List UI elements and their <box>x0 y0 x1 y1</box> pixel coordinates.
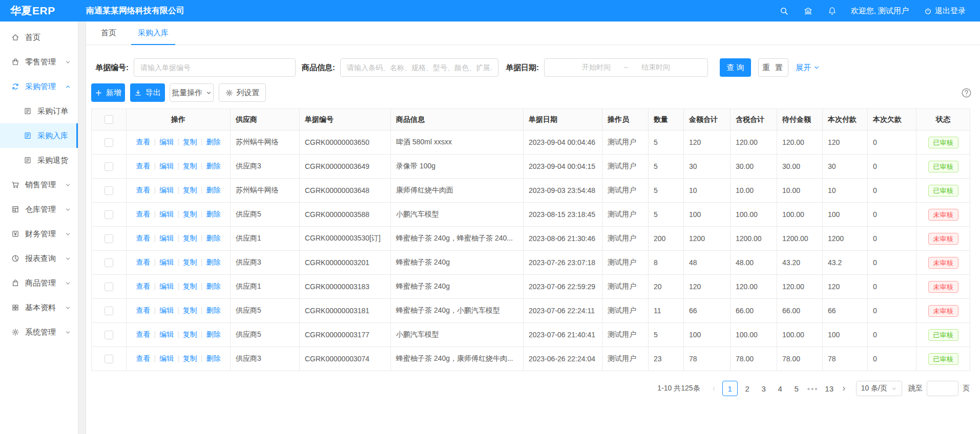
delete-link[interactable]: 删除 <box>206 186 220 194</box>
cell-bill_no: CGRK00000003177 <box>300 323 391 347</box>
copy-link[interactable]: 复制 <box>183 138 197 146</box>
view-link[interactable]: 查看 <box>136 282 151 290</box>
copy-link[interactable]: 复制 <box>183 282 197 290</box>
view-link[interactable]: 查看 <box>136 234 151 242</box>
sidebar-item-采购入库[interactable]: 采购入库 <box>0 123 78 148</box>
column-settings-button[interactable]: 列设置 <box>219 83 266 102</box>
delete-link[interactable]: 删除 <box>206 354 220 362</box>
view-link[interactable]: 查看 <box>136 258 151 266</box>
jump-to-input[interactable] <box>927 381 958 396</box>
next-page-button[interactable] <box>838 381 851 396</box>
prev-page-button[interactable] <box>707 381 721 396</box>
row-checkbox[interactable] <box>105 355 113 363</box>
row-checkbox[interactable] <box>105 283 113 291</box>
edit-link[interactable]: 编辑 <box>159 234 174 242</box>
view-link[interactable]: 查看 <box>136 210 151 218</box>
sidebar-item-报表查询[interactable]: 报表查询 <box>0 246 78 271</box>
cell-operator: 测试用户 <box>602 323 649 347</box>
sidebar-item-销售管理[interactable]: 销售管理 <box>0 172 78 197</box>
view-link[interactable]: 查看 <box>136 306 151 314</box>
sidebar-item-系统管理[interactable]: 系统管理 <box>0 320 78 344</box>
view-link[interactable]: 查看 <box>136 138 151 146</box>
cell-product: 蜂蜜柚子茶 240g，蜂蜜柚子茶 240... <box>391 227 524 251</box>
sidebar-item-首页[interactable]: 首页 <box>0 25 78 50</box>
row-checkbox[interactable] <box>105 307 113 315</box>
view-link[interactable]: 查看 <box>136 354 151 362</box>
page-button-2[interactable]: 2 <box>741 381 754 396</box>
copy-link[interactable]: 复制 <box>183 162 197 170</box>
delete-link[interactable]: 删除 <box>206 330 220 338</box>
row-checkbox[interactable] <box>105 162 113 171</box>
edit-link[interactable]: 编辑 <box>159 330 174 338</box>
page-button-1[interactable]: 1 <box>722 381 738 396</box>
delete-link[interactable]: 删除 <box>206 258 220 266</box>
delete-link[interactable]: 删除 <box>206 306 220 314</box>
row-checkbox[interactable] <box>105 210 113 219</box>
delete-link[interactable]: 删除 <box>206 138 220 146</box>
sidebar-item-采购退货[interactable]: 采购退货 <box>0 148 78 172</box>
view-link[interactable]: 查看 <box>136 162 151 170</box>
copy-link[interactable]: 复制 <box>183 234 197 242</box>
view-link[interactable]: 查看 <box>136 186 151 194</box>
row-select-cell <box>92 179 127 203</box>
logout-button[interactable]: 退出登录 <box>924 6 966 16</box>
edit-link[interactable]: 编辑 <box>159 162 174 170</box>
copy-link[interactable]: 复制 <box>183 258 197 266</box>
delete-link[interactable]: 删除 <box>206 282 220 290</box>
delete-link[interactable]: 删除 <box>206 162 220 170</box>
bill-no-input[interactable] <box>134 58 296 77</box>
edit-link[interactable]: 编辑 <box>159 282 174 290</box>
edit-link[interactable]: 编辑 <box>159 186 174 194</box>
search-icon[interactable] <box>780 7 788 15</box>
copy-link[interactable]: 复制 <box>183 306 197 314</box>
add-button[interactable]: 新增 <box>91 83 125 102</box>
select-all-checkbox[interactable] <box>105 115 113 124</box>
sidebar-item-商品管理[interactable]: 商品管理 <box>0 271 78 295</box>
bank-icon[interactable] <box>804 7 812 15</box>
edit-link[interactable]: 编辑 <box>159 306 174 314</box>
edit-link[interactable]: 编辑 <box>159 354 174 362</box>
export-button[interactable]: 导出 <box>130 83 165 102</box>
edit-link[interactable]: 编辑 <box>159 138 174 146</box>
cell-paid: 100 <box>823 203 868 227</box>
bell-icon[interactable] <box>828 7 837 15</box>
delete-link[interactable]: 删除 <box>206 210 220 218</box>
page-button-5[interactable]: 5 <box>790 381 803 396</box>
page-size-select[interactable]: 10 条/页 <box>856 381 902 396</box>
copy-link[interactable]: 复制 <box>183 210 197 218</box>
copy-link[interactable]: 复制 <box>183 330 197 338</box>
expand-toggle[interactable]: 展开 <box>796 63 820 73</box>
page-button-13[interactable]: 13 <box>823 381 836 396</box>
batch-actions-button[interactable]: 批量操作 <box>170 83 214 102</box>
tab-首页[interactable]: 首页 <box>90 21 127 45</box>
chevron-down-icon <box>206 90 212 96</box>
copy-link[interactable]: 复制 <box>183 186 197 194</box>
layout: 首页零售管理采购管理采购订单采购入库采购退货销售管理仓库管理财务管理报表查询商品… <box>0 21 980 434</box>
sidebar-item-财务管理[interactable]: 财务管理 <box>0 222 78 246</box>
date-range-picker[interactable]: 开始时间 ~ 结束时间 <box>544 58 708 77</box>
row-checkbox[interactable] <box>105 186 113 195</box>
sidebar-item-基本资料[interactable]: 基本资料 <box>0 295 78 320</box>
product-input[interactable] <box>340 58 498 77</box>
row-checkbox[interactable] <box>105 258 113 267</box>
search-button[interactable]: 查 询 <box>720 58 751 77</box>
page-button-4[interactable]: 4 <box>774 381 787 396</box>
reset-button[interactable]: 重 置 <box>758 58 788 77</box>
copy-link[interactable]: 复制 <box>183 354 197 362</box>
page-button-3[interactable]: 3 <box>757 381 770 396</box>
sidebar-item-采购管理[interactable]: 采购管理 <box>0 74 78 99</box>
sidebar-item-采购订单[interactable]: 采购订单 <box>0 99 78 123</box>
view-link[interactable]: 查看 <box>136 330 151 338</box>
row-checkbox[interactable] <box>105 234 113 243</box>
sidebar-scrollbar[interactable] <box>78 21 86 434</box>
delete-link[interactable]: 删除 <box>206 234 220 242</box>
question-icon[interactable] <box>961 88 972 98</box>
row-checkbox[interactable] <box>105 138 113 147</box>
edit-link[interactable]: 编辑 <box>159 258 174 266</box>
edit-link[interactable]: 编辑 <box>159 210 174 218</box>
cell-unpaid: 43.20 <box>777 251 823 275</box>
sidebar-item-仓库管理[interactable]: 仓库管理 <box>0 197 78 222</box>
sidebar-item-零售管理[interactable]: 零售管理 <box>0 50 78 74</box>
tab-采购入库[interactable]: 采购入库 <box>127 21 179 45</box>
row-checkbox[interactable] <box>105 331 113 339</box>
